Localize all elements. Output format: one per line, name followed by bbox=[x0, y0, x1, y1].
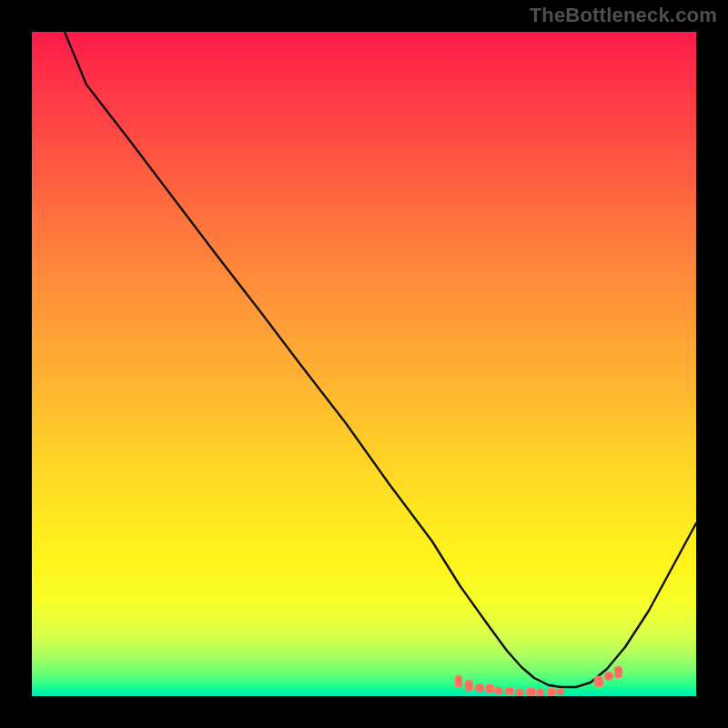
svg-rect-5 bbox=[505, 687, 514, 695]
svg-rect-7 bbox=[526, 688, 536, 696]
svg-rect-9 bbox=[547, 688, 556, 696]
watermark-text: TheBottleneck.com bbox=[530, 4, 717, 27]
svg-point-2 bbox=[475, 683, 484, 693]
marker-cluster-right bbox=[594, 666, 622, 687]
svg-rect-13 bbox=[614, 666, 622, 678]
svg-rect-3 bbox=[485, 684, 494, 693]
svg-point-6 bbox=[516, 689, 524, 697]
svg-rect-11 bbox=[594, 676, 603, 687]
curve-layer bbox=[32, 32, 696, 696]
svg-point-8 bbox=[537, 689, 545, 697]
bottleneck-curve bbox=[65, 32, 696, 687]
svg-rect-1 bbox=[465, 680, 473, 692]
svg-rect-0 bbox=[455, 675, 462, 688]
svg-point-10 bbox=[557, 688, 564, 695]
plot-area bbox=[32, 32, 696, 696]
svg-point-12 bbox=[604, 672, 613, 681]
svg-point-4 bbox=[495, 687, 503, 695]
chart-frame: TheBottleneck.com bbox=[0, 0, 728, 728]
